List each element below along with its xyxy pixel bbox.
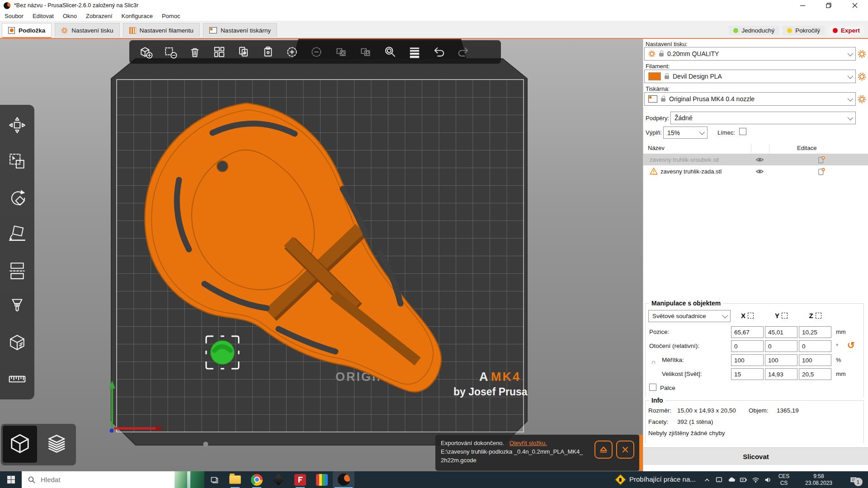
scale-tool-button[interactable] bbox=[0, 151, 34, 172]
plater-icon bbox=[8, 27, 15, 34]
tray-battery[interactable] bbox=[737, 471, 750, 488]
print-settings-select[interactable]: 0.20mm QUALITY bbox=[644, 47, 856, 61]
notification-badge: 1 bbox=[854, 478, 863, 486]
seam-painting-tool-button[interactable] bbox=[0, 333, 34, 353]
position-y-input[interactable] bbox=[765, 326, 797, 338]
menu-pomoc[interactable]: Pomoc bbox=[157, 11, 184, 21]
size-y-input[interactable] bbox=[765, 368, 797, 380]
rotate-tool-button[interactable] bbox=[0, 188, 34, 208]
filament-select[interactable]: Devil Design PLA bbox=[644, 70, 856, 83]
taskbar-multicolor-app[interactable] bbox=[311, 471, 333, 488]
redo-button[interactable] bbox=[456, 44, 471, 60]
paste-button[interactable] bbox=[260, 44, 276, 60]
maximize-button[interactable] bbox=[816, 0, 842, 11]
position-x-input[interactable] bbox=[731, 326, 764, 338]
search-daily-image[interactable] bbox=[175, 471, 204, 488]
object-row-zada[interactable]: zavesny truhlik-zada.stl bbox=[643, 165, 868, 177]
position-z-input[interactable] bbox=[799, 326, 831, 338]
size-z-input[interactable] bbox=[799, 368, 831, 380]
close-notification-button[interactable] bbox=[616, 441, 634, 459]
brim-checkbox[interactable] bbox=[739, 128, 746, 135]
coordinates-select[interactable]: Světové souřadnice bbox=[648, 310, 731, 322]
printer-gear-button[interactable] bbox=[858, 95, 866, 103]
menu-soubor[interactable]: Soubor bbox=[0, 11, 28, 21]
tab-podlozka[interactable]: Podložka bbox=[2, 23, 52, 39]
mode-simple-button[interactable]: Jednoduchý bbox=[729, 26, 779, 35]
viewport-3d[interactable]: ORIGINAL A MK4 by Josef Prusa bbox=[0, 39, 643, 471]
object-row-sroubek[interactable]: zavesny truhlik-sroubek.stl bbox=[643, 154, 868, 165]
search-button[interactable] bbox=[382, 44, 398, 60]
rotation-x-input[interactable] bbox=[731, 340, 764, 352]
filament-gear-button[interactable] bbox=[858, 72, 866, 81]
menu-okno[interactable]: Okno bbox=[58, 11, 81, 21]
tray-rotation-lock[interactable] bbox=[713, 471, 725, 488]
reset-rotation-icon[interactable]: ↺ bbox=[847, 340, 855, 351]
menu-zobrazeni[interactable]: Zobrazení bbox=[81, 11, 117, 21]
paint-supports-tool-button[interactable] bbox=[0, 296, 34, 317]
clock[interactable]: 9:58 23.08.2023 bbox=[794, 473, 844, 487]
place-on-face-tool-button[interactable] bbox=[0, 224, 34, 244]
printer-select[interactable]: Original Prusa MK4 0.4 nozzle bbox=[644, 92, 856, 106]
task-view-button[interactable] bbox=[204, 471, 224, 488]
scale-y-input[interactable] bbox=[765, 354, 797, 366]
scale-x-input[interactable] bbox=[731, 354, 764, 366]
remove-instance-button[interactable] bbox=[309, 44, 325, 60]
move-tool-button[interactable] bbox=[0, 115, 34, 136]
tray-onedrive[interactable] bbox=[725, 471, 737, 488]
scale-z-input[interactable] bbox=[799, 354, 831, 366]
delete-all-button[interactable] bbox=[187, 44, 203, 60]
action-center-button[interactable]: 1 bbox=[844, 471, 868, 488]
tab-nastaveni-tisku[interactable]: Nastavení tisku bbox=[55, 23, 119, 37]
close-button[interactable] bbox=[842, 0, 868, 11]
infill-select[interactable]: 15% bbox=[663, 127, 708, 139]
taskbar-freecad[interactable] bbox=[289, 471, 311, 488]
mode-expert-button[interactable]: Expert bbox=[828, 26, 864, 35]
arrange-button[interactable] bbox=[212, 44, 227, 60]
variable-layer-height-button[interactable] bbox=[407, 44, 422, 60]
tray-volume[interactable] bbox=[762, 471, 774, 488]
edit-object-icon[interactable] bbox=[817, 167, 826, 176]
edit-object-icon[interactable] bbox=[817, 155, 826, 164]
minimize-button[interactable] bbox=[789, 0, 816, 11]
size-x-input[interactable] bbox=[731, 368, 764, 380]
editor-view-button[interactable] bbox=[3, 426, 37, 463]
inches-checkbox[interactable] bbox=[649, 384, 656, 391]
measure-tool-button[interactable] bbox=[0, 369, 34, 389]
start-button[interactable] bbox=[0, 471, 22, 488]
remove-object-button[interactable] bbox=[163, 44, 178, 60]
taskbar-file-explorer[interactable] bbox=[224, 471, 246, 488]
tray-chevron-up[interactable] bbox=[701, 471, 713, 488]
cut-tool-button[interactable] bbox=[0, 260, 34, 281]
tab-nastaveni-tiskarny[interactable]: Nastavení tiskárny bbox=[203, 23, 277, 37]
tray-wifi[interactable] bbox=[750, 471, 762, 488]
copy-button[interactable] bbox=[236, 44, 251, 60]
eject-button[interactable] bbox=[594, 441, 613, 459]
taskbar-prusaslicer-active[interactable] bbox=[333, 471, 354, 488]
taskbar-inkscape[interactable] bbox=[268, 471, 289, 488]
status-text[interactable]: Probíhající práce na... bbox=[629, 475, 701, 484]
add-object-button[interactable] bbox=[138, 44, 154, 60]
taskbar-chrome[interactable] bbox=[246, 471, 268, 488]
size-label: Velikost [Svět]: bbox=[662, 371, 702, 377]
language-indicator[interactable]: CES CS bbox=[774, 473, 794, 487]
rotation-y-input[interactable] bbox=[765, 340, 797, 352]
eye-icon[interactable] bbox=[755, 167, 764, 176]
undo-button[interactable] bbox=[431, 44, 447, 60]
preview-layers-button[interactable] bbox=[39, 426, 73, 463]
menu-editovat[interactable]: Editovat bbox=[28, 11, 58, 21]
eye-icon[interactable] bbox=[755, 155, 764, 164]
tray-status-app[interactable] bbox=[611, 471, 629, 488]
split-to-parts-button[interactable] bbox=[358, 44, 373, 60]
mode-advanced-button[interactable]: Pokročilý bbox=[783, 26, 825, 35]
supports-select[interactable]: Žádné bbox=[670, 112, 856, 124]
split-to-objects-button[interactable] bbox=[334, 44, 349, 60]
tab-nastaveni-filamentu[interactable]: Nastavení filamentu bbox=[123, 23, 200, 37]
slice-button[interactable]: Slicovat bbox=[643, 447, 868, 465]
taskbar-search[interactable] bbox=[22, 471, 204, 488]
menu-konfigurace[interactable]: Konfigurace bbox=[117, 11, 157, 21]
inkscape-icon bbox=[273, 474, 284, 485]
rotation-z-input[interactable] bbox=[799, 340, 831, 352]
open-folder-link[interactable]: Otevřít složku. bbox=[509, 440, 547, 446]
add-instance-button[interactable] bbox=[285, 44, 300, 60]
print-settings-gear-button[interactable] bbox=[858, 50, 866, 58]
